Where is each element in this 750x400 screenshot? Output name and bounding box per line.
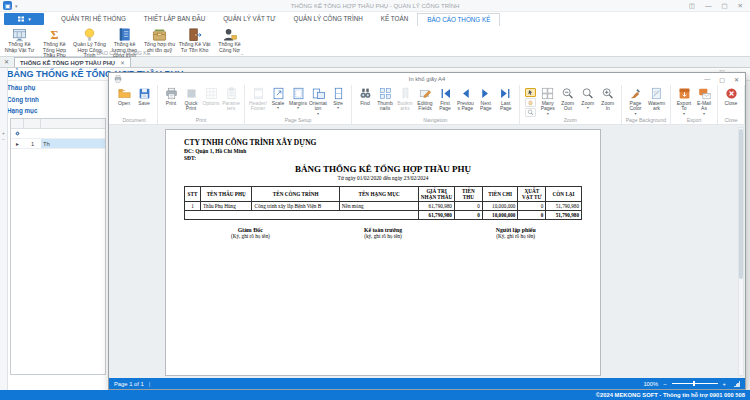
app-menu-grid-icon: [17, 15, 25, 23]
previous-page-button[interactable]: Previous Page: [455, 87, 476, 112]
ribbon-tab-5[interactable]: KẾ TOÁN: [372, 13, 417, 26]
preview-statusbar: Page 1 of 1 | 100% − +: [109, 378, 745, 389]
first-page-button[interactable]: First Page: [435, 87, 455, 112]
dialog-printer-icon[interactable]: [114, 75, 122, 83]
scale-button[interactable]: Scale ▾: [268, 87, 288, 110]
quick-access-caret-icon[interactable]: ▾: [15, 3, 18, 9]
ribbon-tab-2[interactable]: THIẾT LẬP BAN ĐẦU: [135, 13, 214, 26]
options-button: Options: [201, 87, 221, 106]
filter-label-subcontractor: Thầu phụ: [7, 84, 35, 91]
document-tab[interactable]: THỐNG KÊ TỔNG HỢP THẦU PHỤ ✕: [14, 57, 131, 67]
next-page-button[interactable]: Next Page: [476, 87, 496, 112]
theme-icon[interactable]: ◫: [689, 2, 695, 10]
toolbar-button-label: Print: [166, 101, 176, 106]
toolbar-group-zoom: Many Pages ▾ Zoom Out Zoom ▾ Zoom In Zoo…: [520, 85, 622, 124]
group-launcher-icon[interactable]: ⌄: [240, 50, 244, 56]
hand-tool-icon[interactable]: [525, 98, 536, 107]
email-icon: [698, 87, 711, 100]
zoom-in-button[interactable]: Zoom In: [598, 87, 618, 112]
zoom-slider-knob[interactable]: [693, 381, 695, 386]
person-icon: [222, 27, 237, 42]
dropdown-caret-icon: ▾: [317, 112, 319, 116]
zoom-out-button[interactable]: Zoom Out: [558, 87, 578, 112]
quick-print-button[interactable]: Quick Print: [181, 87, 201, 112]
report-total-cell: 10,000,000: [482, 211, 518, 220]
ribbon-tab-4[interactable]: QUẢN LÝ CÔNG TRÌNH: [285, 13, 372, 26]
copyright-text: ©2024 MEKONG SOFT - Thông tin hỗ trợ 090…: [596, 392, 750, 398]
zoom-button[interactable]: Zoom ▾: [578, 87, 598, 110]
editing-fields-button[interactable]: Editing Fields: [415, 87, 435, 112]
print-button[interactable]: Print: [161, 87, 181, 106]
window-titlebar: ▣ ▾ THỐNG KÊ TỔNG HỢP THẦU PHỤ - QUẢN LÝ…: [0, 0, 750, 12]
last-page-button[interactable]: Last Page: [496, 87, 516, 112]
toolbar-button-label: Next Page: [477, 101, 495, 112]
report-col-header: TÊN CÔNG TRÌNH: [252, 187, 339, 202]
preview-scrollbar[interactable]: [738, 127, 744, 376]
report-title: BẢNG THỐNG KÊ TỔNG HỢP THẦU PHỤ: [184, 164, 582, 174]
dialog-close-button[interactable]: ✕: [734, 76, 739, 83]
toolbar-button-label: Watermark: [647, 101, 666, 112]
maximize-button[interactable]: ▢: [721, 2, 727, 10]
zoom-tool-stack: [523, 87, 538, 117]
toolbar-button-label: Quick Print: [182, 101, 200, 112]
close-button[interactable]: ✕: [738, 2, 743, 10]
many-pages-button[interactable]: Many Pages ▾: [538, 87, 558, 115]
zoom-minus-button[interactable]: −: [663, 381, 666, 387]
selected-cell[interactable]: Th: [41, 139, 105, 148]
dropdown-caret-icon: ▾: [547, 112, 549, 116]
resize-grip[interactable]: [734, 381, 740, 387]
toolbar-button-label: Parameters: [222, 101, 240, 112]
open-button[interactable]: Open: [114, 87, 134, 106]
last-page-icon: [499, 87, 512, 100]
grid-data-row[interactable]: ▸ 1 Th: [11, 139, 105, 149]
orientation-button[interactable]: Orientation ▾: [308, 87, 328, 115]
pointer-tool-icon[interactable]: [525, 88, 536, 97]
editing-fields-icon: [419, 87, 432, 100]
result-grid[interactable]: ▸ 1 Th: [10, 118, 106, 375]
find-button[interactable]: Find: [355, 87, 375, 106]
export-icon: [678, 87, 691, 100]
gear-icon[interactable]: [11, 130, 24, 137]
magnifier-tool-icon[interactable]: [525, 108, 536, 117]
report-cell: 1: [185, 202, 201, 211]
e-mail-as-button[interactable]: E-Mail As ▾: [694, 87, 714, 115]
toolbar-button-label: Save: [138, 101, 149, 106]
scrollbar-thumb[interactable]: [739, 129, 743, 279]
close-button[interactable]: Close: [721, 87, 741, 106]
tabbar-close-icon[interactable]: ✕: [4, 58, 9, 65]
report-cell: 61,790,980: [419, 202, 455, 211]
minimize-button[interactable]: —: [705, 2, 712, 10]
zoom-slider[interactable]: [672, 383, 718, 384]
signature-block: Kế toán trưởng(ký, ghi rõ họ tên): [317, 227, 450, 239]
ribbon-tab-1[interactable]: QUẢN TRỊ HỆ THỐNG: [52, 13, 135, 26]
watermark-icon: [650, 87, 663, 100]
dropdown-caret-icon: ▾: [683, 112, 685, 116]
parameters-icon: [225, 87, 238, 100]
toolbar-button-label: Thumbnails: [376, 101, 394, 112]
signature-row: Giám Đốc(Ký, ghi rõ họ tên)Kế toán trưởn…: [184, 227, 582, 239]
thumbnails-button[interactable]: Thumbnails: [375, 87, 395, 112]
page-color-button[interactable]: Page Color ▾: [625, 87, 646, 115]
document-tab-close-icon[interactable]: ✕: [120, 60, 125, 66]
export-to-button[interactable]: Export To ▾: [674, 87, 694, 115]
margins-button[interactable]: Margins ▾: [288, 87, 308, 110]
left-splitter[interactable]: +−: [0, 68, 8, 390]
ribbon-tab-3[interactable]: QUẢN LÝ VẬT TƯ: [214, 13, 284, 26]
size-button[interactable]: Size ▾: [328, 87, 348, 110]
save-button[interactable]: Save: [134, 87, 154, 106]
toolbar-group-document: Open Save Document: [111, 85, 158, 124]
dialog-titlebar[interactable]: In khổ giấy A4 — ▢ ✕: [109, 73, 745, 85]
filter-label-project: Công trình: [7, 96, 39, 103]
print-preview-dialog: In khổ giấy A4 — ▢ ✕ Open Save Document …: [108, 72, 746, 390]
report-col-header: TÊN THẦU PHỤ: [200, 187, 252, 202]
dialog-minimize-button[interactable]: —: [704, 76, 710, 83]
watermark-button[interactable]: Watermark: [646, 87, 667, 112]
app-menu-button[interactable]: ▾: [4, 13, 44, 25]
dialog-maximize-button[interactable]: ▢: [719, 76, 725, 83]
bulb-icon: [82, 27, 97, 42]
report-total-cell: 0: [518, 211, 546, 220]
ribbon-tab-6[interactable]: BÁO CÁO THỐNG KÊ: [417, 13, 500, 27]
zoom-plus-button[interactable]: +: [723, 381, 726, 387]
report-col-header: GIÁ TRỊ NHẬN THẦU: [419, 187, 455, 202]
preview-area[interactable]: CTY TNHH CÔNG TRÌNH XÂY DỰNG ĐC: Quận 1,…: [109, 125, 745, 378]
